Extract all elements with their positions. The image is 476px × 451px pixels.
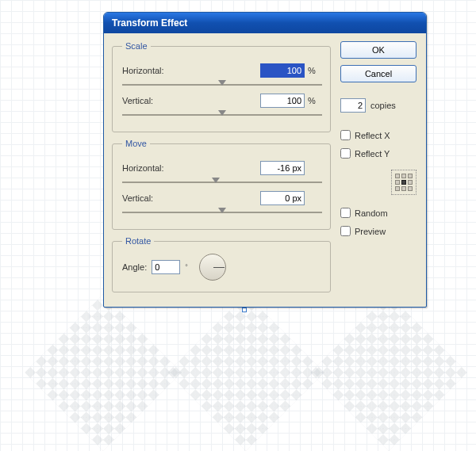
dialog-title: Transform Effect (112, 17, 187, 29)
random-row[interactable]: Random (340, 208, 416, 218)
scale-horizontal-slider[interactable] (122, 81, 322, 89)
scale-horizontal-unit: % (308, 66, 322, 75)
scale-group: Scale Horizontal: % Vertical: % (112, 41, 331, 132)
reflect-y-checkbox[interactable] (340, 148, 351, 159)
rotate-legend: Rotate (122, 236, 154, 246)
reflect-y-row[interactable]: Reflect Y (340, 148, 416, 159)
dialog-titlebar[interactable]: Transform Effect (104, 13, 426, 33)
scale-legend: Scale (122, 41, 151, 51)
angle-input[interactable] (152, 260, 180, 274)
random-label: Random (355, 208, 388, 218)
move-vertical-input[interactable] (260, 191, 305, 205)
angle-label: Angle: (122, 262, 147, 272)
transform-effect-dialog: Transform Effect Scale Horizontal: % Ver… (103, 12, 427, 308)
cancel-button[interactable]: Cancel (340, 65, 416, 82)
random-checkbox[interactable] (340, 208, 351, 218)
canvas-shape (310, 294, 467, 451)
canvas-shape (167, 294, 324, 451)
move-horizontal-slider[interactable] (122, 178, 322, 186)
ok-button[interactable]: OK (340, 41, 416, 59)
scale-vertical-unit: % (308, 96, 322, 105)
copies-input[interactable] (340, 98, 366, 113)
scale-vertical-input[interactable] (260, 94, 305, 108)
copies-label: copies (370, 101, 396, 110)
scale-vertical-slider[interactable] (122, 111, 322, 119)
preview-checkbox[interactable] (340, 226, 351, 236)
move-horizontal-input[interactable] (260, 161, 305, 175)
move-group: Move Horizontal: Vertical: (112, 139, 331, 230)
origin-point-selector[interactable] (391, 170, 416, 195)
dialog-body: Scale Horizontal: % Vertical: % Move (104, 33, 426, 307)
reflect-x-label: Reflect X (355, 131, 390, 140)
move-legend: Move (122, 139, 150, 148)
reflect-y-label: Reflect Y (355, 149, 390, 159)
angle-dial[interactable] (199, 254, 226, 281)
reflect-x-row[interactable]: Reflect X (340, 130, 416, 140)
scale-horizontal-input[interactable] (260, 63, 305, 78)
scale-vertical-label: Vertical: (122, 96, 179, 105)
move-vertical-slider[interactable] (122, 208, 322, 216)
selection-handle[interactable] (242, 308, 247, 312)
move-vertical-label: Vertical: (122, 193, 179, 203)
reflect-x-checkbox[interactable] (340, 130, 351, 140)
scale-horizontal-label: Horizontal: (122, 66, 179, 75)
canvas-shape (25, 294, 182, 451)
preview-row[interactable]: Preview (340, 226, 416, 236)
preview-label: Preview (355, 227, 386, 236)
move-horizontal-label: Horizontal: (122, 163, 179, 173)
angle-unit: ° (185, 263, 188, 271)
rotate-group: Rotate Angle: ° (112, 236, 331, 292)
